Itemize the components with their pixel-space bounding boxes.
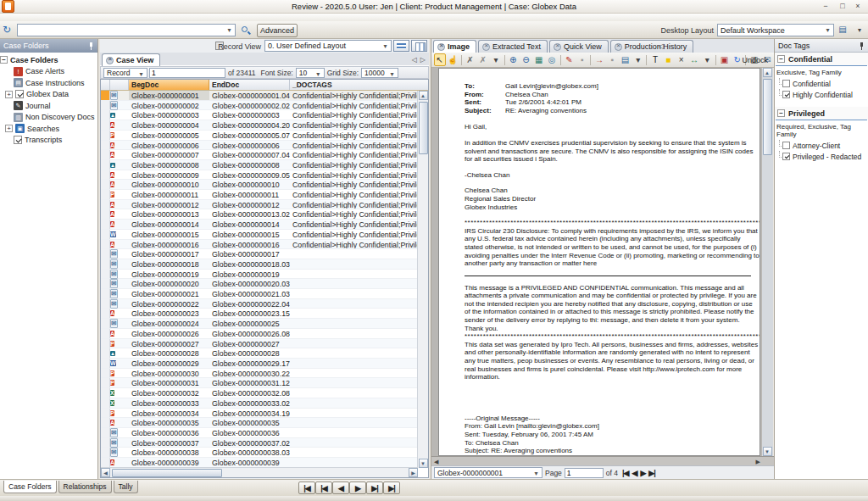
scroll-up-icon[interactable]: ▲ <box>763 68 772 77</box>
table-row[interactable]: AGlobex-0000000004Globex-0000000004.20Co… <box>101 120 418 131</box>
table-row[interactable]: PGlobex-0000000031Globex-0000000031.12 <box>101 378 418 388</box>
viewer-horizontal-scrollbar[interactable]: ◀ ▶ <box>431 456 774 465</box>
collapse-icon[interactable]: − <box>0 56 8 64</box>
pointer-icon[interactable]: ↖ <box>434 53 446 66</box>
table-row[interactable]: ✉Globex-0000000017Globex-0000000017 <box>101 249 418 259</box>
record-number-input[interactable] <box>149 68 225 78</box>
tab-scroll-right-icon[interactable]: ▷ <box>420 56 426 64</box>
table-row[interactable]: ✉Globex-0000000019Globex-0000000019 <box>101 270 418 280</box>
table-row[interactable]: PGlobex-0000000034Globex-0000000034.19 <box>101 409 418 419</box>
scroll-down-icon[interactable]: ▼ <box>763 447 772 456</box>
chevron-down-icon[interactable]: ▾ <box>314 70 323 79</box>
search-combo[interactable]: ▾ <box>17 24 236 36</box>
table-row[interactable]: PGlobex-0000000011Globex-0000000011Confi… <box>101 190 418 200</box>
table-row[interactable]: ✉Globex-0000000036Globex-0000000036 <box>101 428 418 438</box>
table-row[interactable]: AGlobex-0000000012Globex-0000000012Confi… <box>101 200 418 210</box>
tag-item-highly-confidential[interactable]: Highly Confidential <box>775 89 868 100</box>
ocr-zone-icon[interactable]: ▣ <box>718 53 730 66</box>
text-annotation-icon[interactable]: T <box>649 53 661 66</box>
tag-item-attorney-client[interactable]: Attorney-Client <box>775 140 868 151</box>
table-row[interactable]: AGlobex-0000000010Globex-0000000010Confi… <box>101 180 418 190</box>
grid-vertical-scrollbar[interactable]: ▲ ▼ <box>417 91 428 468</box>
scroll-right-icon[interactable]: ▶ <box>756 459 760 465</box>
record-nav-button[interactable]: ▶ <box>349 482 366 494</box>
tab-extracted-text[interactable]: Extracted Text <box>478 40 548 53</box>
pin-icon[interactable] <box>858 42 865 49</box>
scroll-left-icon[interactable]: ◀ <box>434 459 438 465</box>
tag-item-confidential[interactable]: Confidential <box>775 78 868 89</box>
arrow-options-icon[interactable]: ▪ <box>606 53 618 66</box>
pin-icon[interactable] <box>87 42 94 49</box>
tab-scroll-left-icon[interactable]: ◁ <box>659 42 664 50</box>
table-row[interactable]: ✉Globex-0000000020Globex-0000000020.03 <box>101 279 418 289</box>
deselect-annotation-icon[interactable]: ✗ <box>464 53 476 66</box>
table-row[interactable]: XGlobex-0000000032Globex-0000000032.08 <box>101 388 418 398</box>
tree-checkbox[interactable] <box>15 90 24 98</box>
column-view-toggle-button[interactable] <box>411 40 427 52</box>
table-row[interactable]: AGlobex-0000000006Globex-0000000006Confi… <box>101 141 418 151</box>
highlight-tool-icon[interactable]: ■ <box>662 53 674 66</box>
scroll-thumb[interactable] <box>419 102 428 154</box>
select-annotation-icon[interactable]: ✗ <box>477 53 489 66</box>
record-nav-button[interactable]: ◀ <box>332 482 349 494</box>
desktop-layout-combo[interactable]: Default Workspace ▾ <box>717 24 834 36</box>
scroll-thumb[interactable] <box>763 79 772 155</box>
tag-group-header-privileged[interactable]: −Privileged <box>775 107 868 120</box>
table-row[interactable]: PGlobex-0000000030Globex-0000000030.22 <box>101 369 418 379</box>
record-nav-button[interactable]: ▶| <box>383 482 400 494</box>
tab-close-icon[interactable] <box>437 43 445 51</box>
chevron-down-icon[interactable]: ▾ <box>381 42 390 51</box>
table-row[interactable]: ✉Globex-0000000021Globex-0000000021.03 <box>101 289 418 299</box>
table-row[interactable]: XGlobex-0000000033Globex-0000000033.02 <box>101 398 418 409</box>
advanced-search-button[interactable]: Advanced <box>257 24 298 37</box>
scroll-right-icon[interactable]: ▶ <box>409 468 418 477</box>
zoom-in-icon[interactable]: ⊕ <box>507 53 519 66</box>
tab-close-icon[interactable] <box>482 43 490 51</box>
tab-production-history[interactable]: Production History <box>610 40 694 53</box>
viewer-vertical-scrollbar[interactable]: ▲ ▼ <box>762 68 773 456</box>
bottom-tab-tally[interactable]: Tally <box>114 481 138 493</box>
table-row[interactable]: AGlobex-0000000035Globex-0000000035 <box>101 418 418 428</box>
table-row[interactable]: AGlobex-0000000016Globex-0000000016Confi… <box>101 240 418 250</box>
bottom-tab-case-folders[interactable]: Case Folders <box>3 481 57 493</box>
expand-icon[interactable]: + <box>5 91 13 98</box>
record-nav-button[interactable]: |◀ <box>315 482 332 494</box>
record-field-combo[interactable]: Record ▾ <box>103 68 147 78</box>
table-row[interactable]: AGlobex-0000000039Globex-0000000039 <box>101 458 418 468</box>
tab-scroll-left-icon[interactable]: ◁ <box>412 56 417 64</box>
collapse-icon[interactable]: − <box>777 55 785 63</box>
tag-checkbox[interactable] <box>782 142 790 149</box>
fit-dropdown-icon[interactable]: ▾ <box>701 53 713 66</box>
page-nav-button[interactable]: |◀ <box>622 469 628 477</box>
table-row[interactable]: ▲Globex-0000000028Globex-0000000028 <box>101 348 418 359</box>
search-button[interactable] <box>239 24 254 37</box>
sidebar-item-case-instructions[interactable]: ▤Case Instructions <box>0 77 98 89</box>
table-row[interactable]: ▲Globex-0000000003Globex-0000000003Confi… <box>101 110 418 120</box>
zoom-out-icon[interactable]: ⊖ <box>520 53 531 66</box>
collapse-icon[interactable]: − <box>777 109 785 117</box>
grid-header-begdoc[interactable]: BegDoc <box>129 80 209 90</box>
fit-image-icon[interactable]: ▦ <box>533 53 545 66</box>
zoom-region-icon[interactable]: ◎ <box>546 53 558 66</box>
save-annotations-icon[interactable]: ▤ <box>619 53 631 66</box>
page-nav-button[interactable]: ◀ <box>632 469 637 477</box>
undock-button[interactable]: Undock <box>742 56 768 64</box>
table-row[interactable]: PGlobex-0000000005Globex-0000000005.07Co… <box>101 131 418 141</box>
minimize-button[interactable]: − <box>817 1 834 12</box>
page-number-input[interactable] <box>565 468 604 478</box>
table-row[interactable]: ✉Globex-0000000018Globex-0000000018.03 <box>101 259 418 270</box>
grid-size-combo[interactable]: 10000 ▾ <box>361 68 398 78</box>
sidebar-item-searches[interactable]: +▣Searches <box>0 123 98 135</box>
annotation-dropdown-icon[interactable]: ▾ <box>490 53 502 66</box>
tag-checkbox[interactable] <box>782 80 790 87</box>
chevron-down-icon[interactable]: ▾ <box>858 26 861 34</box>
table-row[interactable]: AGlobex-0000000007Globex-0000000007.04Co… <box>101 150 418 160</box>
table-row[interactable]: ✉Globex-0000000037Globex-0000000037.02 <box>101 438 418 448</box>
fit-width-icon[interactable]: ↔ <box>688 53 700 66</box>
table-row[interactable]: ✉Globex-0000000002Globex-0000000002.02Co… <box>101 101 418 111</box>
table-row[interactable]: ✉Globex-0000000024Globex-0000000025 <box>101 319 418 329</box>
table-row[interactable]: ✉Globex-0000000038Globex-0000000038.03 <box>101 448 418 458</box>
tab-close-icon[interactable] <box>106 57 114 64</box>
record-view-layout-combo[interactable]: 0. User Defined Layout ▾ <box>264 40 392 52</box>
chevron-down-icon[interactable]: ▾ <box>387 70 397 79</box>
